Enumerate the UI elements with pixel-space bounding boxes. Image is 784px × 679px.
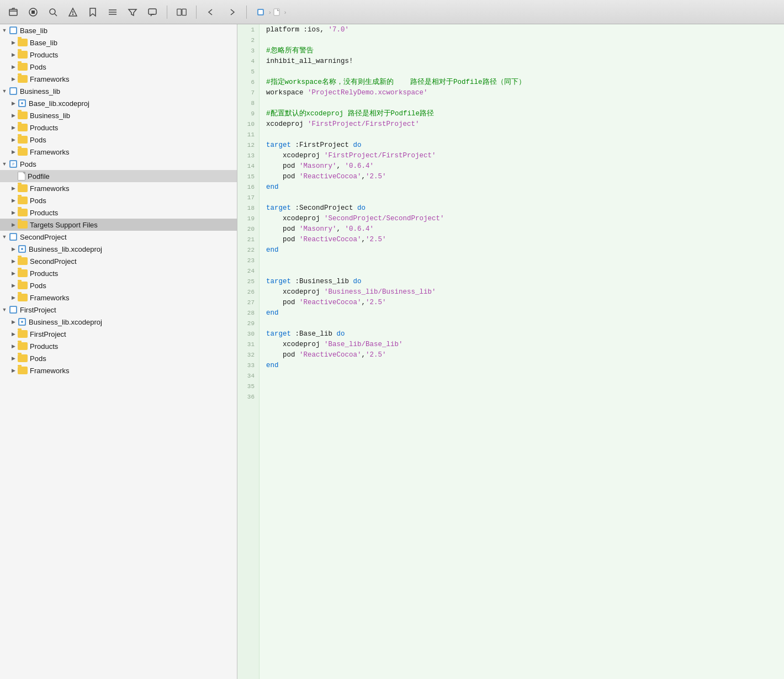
editor[interactable]: 1234567891011121314151617181920212223242…	[237, 24, 784, 679]
code-token: :SecondProject	[291, 204, 357, 212]
sidebar-item-business_lib_folder[interactable]: ▶Business_lib	[0, 109, 237, 121]
tree-toggle-child[interactable]: ▶	[9, 293, 18, 302]
tree-toggle-child[interactable]: ▶	[9, 330, 18, 338]
folder-icon	[18, 330, 28, 338]
tree-toggle-child[interactable]: ▶	[9, 366, 18, 375]
code-token: xcodeproj	[266, 341, 324, 348]
tree-toggle-child[interactable]: ▶	[9, 281, 18, 290]
tree-toggle-child[interactable]: ▶	[9, 135, 18, 144]
tree-toggle-child[interactable]: ▶	[9, 269, 18, 278]
sidebar-item-pods_root[interactable]: ▼ P Pods	[0, 158, 237, 170]
forward-btn[interactable]	[223, 4, 241, 20]
tree-toggle-child[interactable]: ▶	[9, 75, 18, 83]
xcodeproj-icon	[18, 317, 27, 326]
line-number: 14	[237, 161, 259, 171]
warning-btn[interactable]	[64, 4, 82, 20]
tree-toggle[interactable]: ▼	[0, 232, 9, 241]
tree-toggle-child[interactable]: ▶	[9, 50, 18, 59]
code-token: ,	[337, 162, 345, 170]
sidebar-item-first_products[interactable]: ▶Products	[0, 340, 237, 352]
filter-btn[interactable]	[124, 4, 141, 20]
tree-toggle[interactable]: ▼	[0, 160, 9, 168]
code-line: inhibit_all_warnings!	[266, 56, 784, 66]
sidebar-item-business_lib_pods[interactable]: ▶Pods	[0, 134, 237, 146]
sidebar-item-first_folder[interactable]: ▶FirstProject	[0, 328, 237, 340]
search-btn[interactable]	[44, 4, 62, 20]
tree-toggle-child[interactable]: ▶	[9, 147, 18, 156]
editor-toggle-btn[interactable]	[173, 4, 190, 20]
sidebar-item-business_lib_xcodeproj[interactable]: ▶ Base_lib.xcodeproj	[0, 97, 237, 109]
bookmark-btn[interactable]	[84, 4, 102, 20]
tree-toggle-child[interactable]: ▶	[9, 111, 18, 120]
sidebar-item-first_frameworks[interactable]: ▶Frameworks	[0, 364, 237, 376]
sidebar[interactable]: ▼ Base_lib▶Base_lib▶Products▶Pods▶Framew…	[0, 24, 237, 679]
tree-toggle-child[interactable]: ▶	[9, 208, 18, 217]
tree-item-label: Base_lib	[30, 39, 57, 47]
sidebar-item-base_lib_root[interactable]: ▼ Base_lib	[0, 24, 237, 36]
line-number: 20	[237, 224, 259, 234]
code-line: end	[266, 182, 784, 192]
tree-item-label: Products	[30, 342, 58, 351]
tree-toggle-child[interactable]	[9, 172, 18, 181]
sidebar-item-first_pods[interactable]: ▶Pods	[0, 352, 237, 364]
tree-toggle-child[interactable]: ▶	[9, 62, 18, 71]
folder-icon	[18, 367, 28, 374]
code-token: xcodeproj	[266, 152, 324, 160]
sidebar-item-pods_frameworks[interactable]: ▶Frameworks	[0, 182, 237, 194]
sidebar-item-base_lib_frameworks[interactable]: ▶Frameworks	[0, 73, 237, 85]
sidebar-item-base_lib_folder[interactable]: ▶Base_lib	[0, 36, 237, 49]
code-token: pod	[266, 225, 299, 233]
sidebar-item-base_lib_products[interactable]: ▶Products	[0, 49, 237, 61]
sidebar-item-second_frameworks[interactable]: ▶Frameworks	[0, 291, 237, 304]
code-token: '0.6.4'	[345, 162, 374, 170]
toolbar: › ›	[0, 0, 784, 24]
code-token: platform :ios,	[266, 26, 329, 34]
tree-toggle-child[interactable]: ▶	[9, 123, 18, 132]
sidebar-item-second_products[interactable]: ▶Products	[0, 267, 237, 279]
code-line: xcodeproj 'Base_lib/Base_lib'	[266, 339, 784, 349]
folder-navigator-btn[interactable]	[4, 4, 22, 20]
message-btn[interactable]	[144, 4, 161, 20]
tree-item-label: Frameworks	[30, 148, 70, 156]
tree-toggle[interactable]: ▼	[0, 87, 9, 96]
tree-toggle-child[interactable]: ▶	[9, 38, 18, 47]
sidebar-item-second_folder[interactable]: ▶SecondProject	[0, 255, 237, 267]
sidebar-item-pods_pods[interactable]: ▶Pods	[0, 194, 237, 206]
tree-toggle-child[interactable]: ▶	[9, 354, 18, 363]
line-number: 18	[237, 203, 259, 213]
sidebar-item-targets_support[interactable]: ▶Targets Support Files	[0, 219, 237, 231]
tree-toggle-child[interactable]: ▶	[9, 99, 18, 108]
sidebar-item-second_project_root[interactable]: ▼ SecondProject	[0, 231, 237, 243]
tree-toggle-child[interactable]: ▶	[9, 220, 18, 229]
tree-toggle-child[interactable]: ▶	[9, 257, 18, 266]
list-btn[interactable]	[104, 4, 121, 20]
tree-toggle-child[interactable]: ▶	[9, 196, 18, 205]
tree-toggle-child[interactable]: ▶	[9, 245, 18, 253]
sidebar-item-podfile[interactable]: Podfile	[0, 170, 237, 182]
sidebar-item-first_project_root[interactable]: ▼ FirstProject	[0, 304, 237, 316]
svg-rect-33	[10, 307, 16, 312]
sidebar-item-base_lib_pods[interactable]: ▶Pods	[0, 61, 237, 73]
tree-toggle[interactable]: ▼	[0, 26, 9, 35]
tree-toggle-child[interactable]: ▶	[9, 317, 18, 326]
tree-toggle-child[interactable]: ▶	[9, 342, 18, 351]
sidebar-item-business_lib_products[interactable]: ▶Products	[0, 121, 237, 134]
sidebar-item-second_xcodeproj[interactable]: ▶ Business_lib.xcodeproj	[0, 243, 237, 255]
sidebar-item-pods_products[interactable]: ▶Products	[0, 206, 237, 219]
folder-icon	[18, 354, 28, 362]
symbol-navigator-btn[interactable]	[24, 4, 42, 20]
line-number: 11	[237, 129, 259, 140]
sidebar-item-business_lib_root[interactable]: ▼ Business_lib	[0, 85, 237, 97]
tree-toggle[interactable]: ▼	[0, 305, 9, 314]
sidebar-item-first_xcodeproj[interactable]: ▶ Business_lib.xcodeproj	[0, 316, 237, 328]
tree-toggle-child[interactable]: ▶	[9, 184, 18, 193]
sidebar-item-business_lib_frameworks[interactable]: ▶Frameworks	[0, 146, 237, 158]
back-btn[interactable]	[202, 4, 220, 20]
group-icon	[9, 87, 18, 96]
code-line: pod 'ReactiveCocoa','2.5'	[266, 234, 784, 245]
line-number: 1	[237, 24, 259, 35]
svg-rect-13	[182, 9, 186, 15]
tree-item-label: Business_lib.xcodeproj	[29, 318, 102, 326]
sidebar-item-second_pods[interactable]: ▶Pods	[0, 279, 237, 291]
toolbar-divider-2	[196, 6, 197, 19]
